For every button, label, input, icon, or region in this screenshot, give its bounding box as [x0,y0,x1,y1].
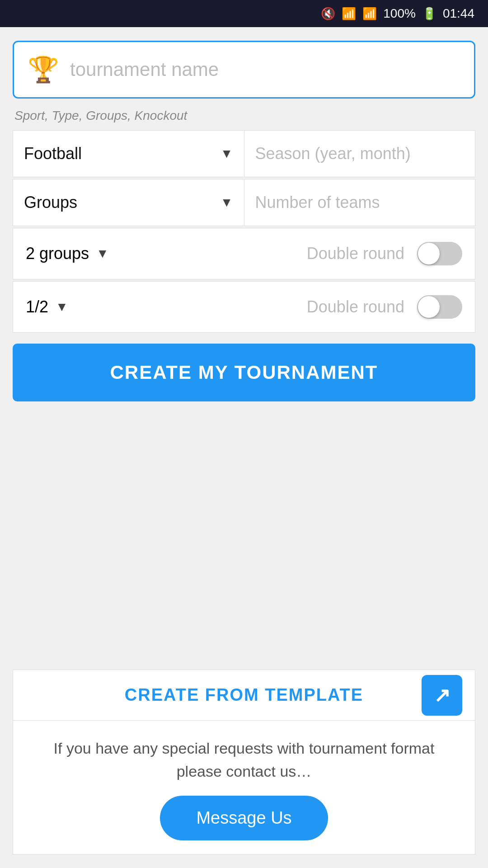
sport-value: Football [24,144,82,163]
template-link-button[interactable]: ↗ [422,675,462,716]
number-of-teams-placeholder: Number of teams [255,193,380,212]
number-of-teams-input[interactable]: Number of teams [244,179,476,226]
double-round-toggle-2[interactable] [417,295,462,319]
tournament-name-container: 🏆 [13,41,475,99]
double-round-label-1: Double round [307,244,404,263]
sport-dropdown-arrow: ▼ [221,146,233,161]
mute-icon: 🔇 [321,7,335,21]
status-bar: 🔇 📶 📶 100% 🔋 01:44 [0,0,488,27]
type-teams-row: Groups ▼ Number of teams [13,179,475,226]
knockout-dropdown[interactable]: 1/2 ▼ [26,297,179,316]
toggle-knob-2 [418,296,440,318]
sport-season-row: Football ▼ Season (year, month) [13,130,475,177]
external-link-icon: ↗ [434,684,450,707]
knockout-dropdown-arrow: ▼ [56,300,68,314]
trophy-icon: 🏆 [28,55,59,85]
battery-percent: 100% [383,6,416,21]
type-value: Groups [24,193,77,212]
groups-dropdown-arrow: ▼ [96,246,109,261]
battery-icon: 🔋 [422,7,436,21]
time-display: 01:44 [443,6,474,21]
spacer [13,401,475,670]
create-from-template-row: CREATE FROM TEMPLATE ↗ [13,670,475,721]
type-dropdown[interactable]: Groups ▼ [13,179,244,226]
knockout-row: 1/2 ▼ Double round [13,281,475,333]
sport-dropdown[interactable]: Football ▼ [13,130,244,177]
double-round-2-section: Double round [179,295,462,319]
type-dropdown-arrow: ▼ [221,195,233,210]
status-icons: 🔇 📶 📶 100% 🔋 01:44 [321,6,474,21]
template-label: CREATE FROM TEMPLATE [125,685,363,705]
season-placeholder: Season (year, month) [255,144,411,163]
toggle-knob-1 [418,243,440,264]
double-round-toggle-1[interactable] [417,242,462,265]
message-us-button[interactable]: Message Us [160,796,328,840]
groups-value: 2 groups [26,244,89,263]
signal-icon: 📶 [362,7,377,21]
groups-row: 2 groups ▼ Double round [13,228,475,279]
groups-dropdown[interactable]: 2 groups ▼ [26,244,179,263]
knockout-value: 1/2 [26,297,48,316]
create-tournament-button[interactable]: CREATE MY TOURNAMENT [13,344,475,401]
contact-text: If you have any special requests with to… [31,737,457,783]
wifi-icon: 📶 [342,7,356,21]
main-content: 🏆 Sport, Type, Groups, Knockout Football… [0,27,488,868]
double-round-1-section: Double round [179,242,462,265]
tournament-name-input[interactable] [70,59,460,80]
double-round-label-2: Double round [307,297,404,316]
bottom-section: CREATE FROM TEMPLATE ↗ If you have any s… [13,670,475,854]
season-input[interactable]: Season (year, month) [244,130,476,177]
contact-box: If you have any special requests with to… [13,721,475,854]
form-subtitle: Sport, Type, Groups, Knockout [13,108,475,123]
